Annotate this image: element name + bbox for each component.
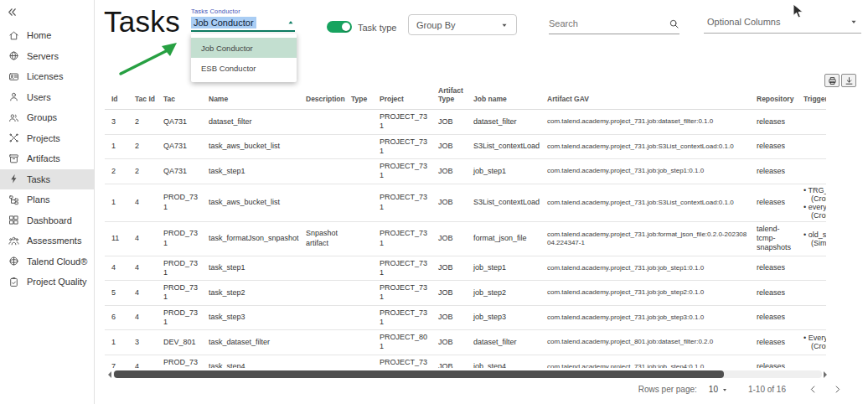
trigger-item[interactable]: • old_star(Simple: [803, 230, 826, 247]
cell-project: PROJECT_731: [380, 190, 438, 215]
cell-project: PROJECT_731: [380, 135, 438, 159]
caret-up-icon: [287, 18, 295, 27]
cell-type: [351, 144, 380, 149]
task-type-toggle[interactable]: [327, 21, 352, 33]
search-icon[interactable]: [669, 18, 679, 29]
cell-description: Snpashot artifact: [306, 226, 351, 251]
next-page-button[interactable]: [832, 384, 843, 395]
cell-description: [306, 168, 351, 174]
cell-tac_id: 4: [135, 310, 163, 324]
column-header-tac-id[interactable]: Tac Id: [135, 95, 163, 103]
column-header-repository[interactable]: Repository: [757, 95, 803, 103]
column-header-artifact-type[interactable]: Artifact Type: [438, 86, 473, 103]
print-button[interactable]: [824, 74, 840, 87]
previous-page-button[interactable]: [808, 384, 819, 395]
caret-down-icon: [850, 18, 858, 26]
trigger-item[interactable]: • EveryM(CronTr: [803, 334, 826, 350]
pagination-range: 1-10 of 16: [748, 385, 786, 394]
cell-tac_id: 4: [135, 261, 163, 275]
table-row[interactable]: 13DEV_801task_dataset_filterPROJECT_801J…: [105, 330, 826, 355]
sidebar-item-servers[interactable]: Servers: [0, 46, 94, 67]
collapse-sidebar-button[interactable]: [0, 0, 94, 25]
scrollbar-track[interactable]: [113, 370, 822, 378]
menu-option-esb-conductor[interactable]: ESB Conductor: [191, 58, 297, 78]
table-row[interactable]: 74PROD_731task_step4PROJECT_731JOBjob_st…: [105, 355, 826, 368]
sidebar-item-groups[interactable]: Groups: [0, 107, 94, 128]
column-header-id[interactable]: Id: [111, 95, 135, 103]
cell-job_name: format_json_file: [473, 231, 547, 246]
sidebar-item-artifacts[interactable]: Artifacts: [0, 148, 94, 169]
sidebar-item-tasks[interactable]: Tasks: [0, 169, 94, 190]
cell-tac: PROD_731: [163, 190, 209, 215]
sidebar-item-label: Tasks: [27, 174, 50, 184]
tasks-conductor-value: Job Conductor: [191, 17, 256, 28]
cell-artifact_type: JOB: [438, 231, 473, 246]
column-header-name[interactable]: Name: [209, 95, 306, 103]
dashboard-icon: [8, 215, 19, 225]
trigger-item[interactable]: • every_10(CronTr: [803, 203, 826, 220]
app-window: HomeServersLicensesUsersGroupsProjectsAr…: [0, 0, 868, 404]
table-toolbar: [824, 74, 856, 87]
sidebar-item-project-quality[interactable]: Project Quality: [0, 272, 94, 293]
column-header-job-name[interactable]: Job name: [473, 95, 547, 103]
chevrons-left-icon: [6, 6, 18, 18]
column-header-project[interactable]: Project: [380, 95, 438, 103]
column-header-artifact-gav[interactable]: Artifact GAV: [547, 95, 757, 103]
cell-triggers: [803, 169, 826, 173]
sidebar-item-talend-cloud[interactable]: Talend Cloud®: [0, 251, 94, 272]
menu-option-job-conductor[interactable]: Job Conductor: [191, 38, 297, 58]
sidebar-item-projects[interactable]: Projects: [0, 128, 94, 149]
column-header-triggers[interactable]: Triggers: [803, 95, 826, 103]
main-content: Tasks Tasks Conductor Job Conductor Job …: [96, 0, 868, 404]
sidebar-item-label: Servers: [27, 51, 59, 61]
cell-project: PROJECT_731: [380, 306, 438, 330]
table-row[interactable]: 22QA731task_step1PROJECT_731JOBjob_step1…: [105, 159, 826, 184]
column-header-tac[interactable]: Tac: [163, 95, 209, 103]
sidebar-item-plans[interactable]: Plans: [0, 189, 94, 210]
cell-type: [351, 290, 380, 295]
cell-tac: QA731: [163, 139, 209, 153]
tasks-conductor-select[interactable]: Tasks Conductor Job Conductor: [191, 8, 295, 32]
cell-description: [306, 200, 351, 205]
table-row[interactable]: 32QA731dataset_filterPROJECT_731JOBdatas…: [105, 110, 826, 135]
rows-per-page-select[interactable]: 10: [709, 385, 728, 394]
servers-icon: [8, 50, 19, 61]
cell-tac_id: 2: [135, 164, 163, 179]
optional-columns-label: Optional Columns: [707, 17, 780, 27]
group-by-select[interactable]: Group By: [408, 14, 517, 35]
table-row[interactable]: 54PROD_731task_step2PROJECT_731JOBjob_st…: [105, 281, 826, 306]
sidebar-item-home[interactable]: Home: [0, 25, 94, 46]
sidebar-item-assessments[interactable]: Assessments: [0, 230, 94, 251]
scroll-left-arrow-icon[interactable]: [105, 371, 111, 378]
scrollbar-thumb[interactable]: [114, 370, 724, 378]
table-row[interactable]: 64PROD_731task_step3PROJECT_731JOBjob_st…: [105, 306, 826, 331]
optional-columns-select[interactable]: Optional Columns: [704, 11, 861, 34]
search-input[interactable]: [549, 18, 658, 28]
cell-tac: PROD_731: [163, 226, 209, 251]
cell-id: 5: [111, 286, 135, 300]
sidebar-item-label: Artifacts: [27, 153, 60, 163]
download-button[interactable]: [841, 74, 856, 87]
column-header-type[interactable]: Type: [351, 95, 380, 103]
table-row[interactable]: 114PROD_731task_formatJson_snpashotSnpas…: [105, 222, 826, 256]
cell-project: PROJECT_801: [380, 330, 438, 355]
groups-icon: [8, 112, 19, 123]
caret-down-icon: [500, 21, 509, 29]
cell-id: 1: [111, 335, 135, 350]
sidebar-item-users[interactable]: Users: [0, 87, 94, 108]
horizontal-scrollbar[interactable]: [105, 370, 830, 379]
scroll-right-arrow-icon[interactable]: [824, 371, 830, 378]
table-row[interactable]: 44PROD_731task_step1PROJECT_731JOBjob_st…: [105, 256, 826, 282]
talend-cloud-icon: [8, 256, 19, 267]
trigger-item[interactable]: • TRG_Co(CronTr: [803, 186, 826, 203]
table-row[interactable]: 14PROD_731task_aws_bucket_listPROJECT_73…: [105, 184, 826, 222]
cell-job_name: S3List_contextLoad: [473, 195, 547, 210]
sidebar-item-dashboard[interactable]: Dashboard: [0, 210, 94, 231]
column-header-description[interactable]: Description: [306, 95, 351, 103]
tasks-conductor-box: Job Conductor: [191, 17, 295, 32]
cell-tac: PROD_731: [163, 256, 209, 281]
table-row[interactable]: 12QA731task_aws_bucket_listPROJECT_731JO…: [105, 135, 826, 160]
sidebar-item-label: Projects: [27, 133, 60, 143]
sidebar-item-licenses[interactable]: Licenses: [0, 66, 94, 87]
page-title: Tasks: [104, 5, 180, 39]
